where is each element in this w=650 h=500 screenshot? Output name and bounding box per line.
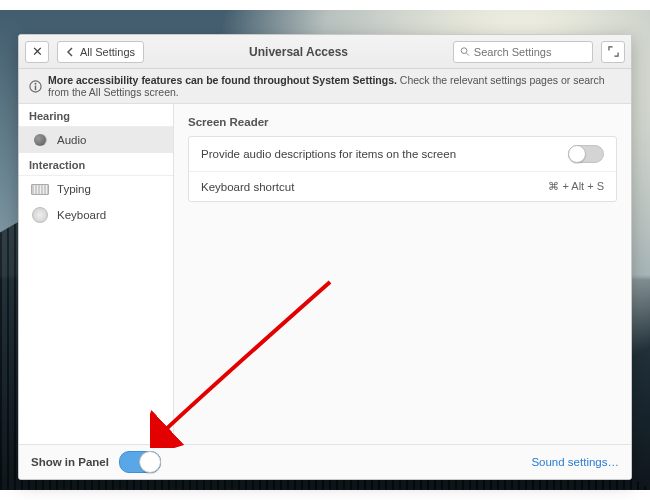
info-banner: More accessibility features can be found…	[19, 69, 631, 104]
window-body: Hearing Audio Interaction Typing Keyboar…	[19, 104, 631, 444]
close-icon: ✕	[32, 44, 43, 59]
audio-descriptions-toggle[interactable]	[568, 145, 604, 163]
sidebar-item-typing[interactable]: Typing	[19, 176, 173, 202]
settings-window: ✕ All Settings Universal Access More acc…	[18, 34, 632, 480]
close-button[interactable]: ✕	[25, 41, 49, 63]
sidebar: Hearing Audio Interaction Typing Keyboar…	[19, 104, 174, 444]
arrow-left-icon	[66, 47, 76, 57]
row-audio-descriptions: Provide audio descriptions for items on …	[189, 137, 616, 171]
footer: Show in Panel Sound settings…	[19, 444, 631, 479]
shortcut-value: ⌘ + Alt + S	[548, 180, 604, 193]
maximize-icon	[608, 46, 619, 57]
sidebar-category-hearing: Hearing	[19, 104, 173, 127]
info-icon	[29, 80, 42, 93]
svg-point-2	[35, 82, 37, 84]
sidebar-item-label: Keyboard	[57, 209, 106, 221]
sidebar-item-audio[interactable]: Audio	[19, 127, 173, 153]
sound-settings-link[interactable]: Sound settings…	[531, 456, 619, 468]
search-icon	[460, 46, 470, 57]
maximize-button[interactable]	[601, 41, 625, 63]
settings-list: Provide audio descriptions for items on …	[188, 136, 617, 202]
section-title-screen-reader: Screen Reader	[188, 116, 617, 128]
search-field[interactable]	[453, 41, 593, 63]
titlebar: ✕ All Settings Universal Access	[19, 35, 631, 69]
svg-point-0	[461, 48, 467, 54]
sidebar-item-label: Typing	[57, 183, 91, 195]
window-title: Universal Access	[249, 45, 348, 59]
back-label: All Settings	[80, 46, 135, 58]
sidebar-category-interaction: Interaction	[19, 153, 173, 176]
show-in-panel-toggle[interactable]	[119, 451, 161, 473]
banner-text: More accessibility features can be found…	[48, 74, 621, 98]
row-label: Provide audio descriptions for items on …	[201, 148, 456, 160]
back-all-settings-button[interactable]: All Settings	[57, 41, 144, 63]
sidebar-item-keyboard[interactable]: Keyboard	[19, 202, 173, 228]
speaker-icon	[31, 133, 49, 147]
svg-rect-3	[35, 85, 36, 90]
main-pane: Screen Reader Provide audio descriptions…	[174, 104, 631, 444]
keyboard-icon	[31, 208, 49, 222]
row-keyboard-shortcut[interactable]: Keyboard shortcut ⌘ + Alt + S	[189, 171, 616, 201]
show-in-panel-label: Show in Panel	[31, 456, 109, 468]
row-label: Keyboard shortcut	[201, 181, 294, 193]
search-input[interactable]	[474, 46, 586, 58]
keyboard-small-icon	[31, 182, 49, 196]
sidebar-item-label: Audio	[57, 134, 86, 146]
